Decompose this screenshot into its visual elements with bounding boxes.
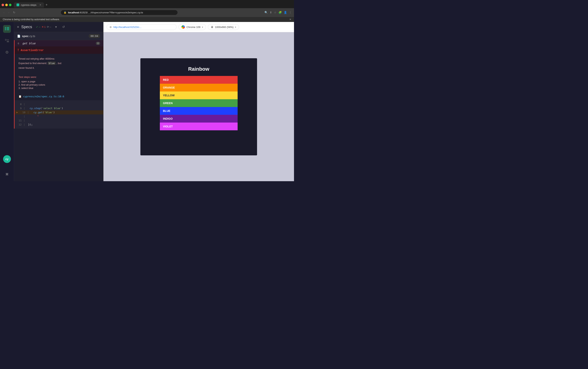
settings-icon: ⚙ [5, 50, 9, 55]
file-link-icon: 📋 [19, 95, 21, 98]
dropdown-button[interactable]: ▾ [54, 24, 58, 30]
steps-panel[interactable]: 6 get blue 0 ! AssertionError Timed out … [14, 40, 103, 181]
close-button[interactable] [1, 4, 4, 6]
bar-yellow: YELLOW [160, 91, 238, 99]
panel-title: Specs [21, 25, 32, 29]
spec-duration: 00:04 [89, 34, 100, 38]
controlled-bar: Chrome is being controlled by automated … [0, 17, 294, 22]
header-stats: ✓ -- ✕ 1 ⟳ -- [36, 25, 51, 28]
panel-header: ≡ Specs ✓ -- ✕ 1 ⟳ -- ▾ ↺ [14, 22, 103, 32]
profile-icon[interactable]: 👤 [284, 11, 287, 14]
tab-bar: cypress-steps ✕ + [0, 0, 294, 8]
bar-orange: ORANGE [160, 84, 238, 91]
reload-button[interactable]: ↻ [12, 10, 17, 15]
browser-chrome: cypress-steps ✕ + ‹ › ↻ 🔒 localhost:6152… [0, 0, 294, 22]
sidebar-item-settings[interactable]: ⚙ [3, 48, 11, 56]
main-layout: ⚙ cy ⌘ ≡ Specs ✓ -- ✕ 1 ⟳ -- ▾ ↺ 📄 [0, 22, 294, 181]
preview-url-bar[interactable]: ⊕ http://localhost:61523/c... [106, 24, 177, 30]
svg-rect-6 [5, 39, 6, 40]
step-command: get blue [22, 42, 96, 45]
svg-rect-4 [7, 28, 9, 29]
sidebar-item-specs[interactable] [3, 25, 11, 33]
zoom-icon[interactable]: 🔍 [264, 11, 268, 14]
steps-title: Test steps were: [19, 76, 99, 79]
forward-button[interactable]: › [7, 10, 10, 15]
step-item-2: 2. find all primary colors [19, 83, 99, 86]
code-block: 8 | 9 | cy.step('select blue') > 10 | cy… [14, 100, 103, 129]
browser-chevron-icon: ▾ [202, 26, 203, 28]
svg-rect-3 [7, 27, 9, 28]
error-title: AssertionError [21, 49, 43, 52]
svg-rect-2 [5, 30, 6, 30]
extension-icon[interactable]: 🧩 [278, 11, 282, 14]
bar-indigo: INDIGO [160, 115, 238, 122]
step-row[interactable]: 6 get blue 0 [14, 40, 103, 46]
steps-list: 1. open a page 2. find all primary color… [19, 80, 99, 90]
preview-area: Rainbow RED ORANGE YELLOW GREEN BLUE IND… [104, 32, 294, 181]
svg-rect-5 [7, 30, 9, 30]
chrome-icon [181, 25, 185, 29]
specs-header-icon: ≡ [17, 25, 19, 29]
svg-rect-1 [5, 28, 6, 29]
pass-stat: ✓ -- [36, 25, 41, 28]
menu-icon[interactable]: ⋮ [289, 11, 292, 14]
viewport-size: 1000x660 (58%) [215, 26, 233, 29]
address-bar: ‹ › ↻ 🔒 localhost:61523/__/#/specs/runne… [0, 8, 294, 17]
svg-rect-0 [5, 27, 6, 28]
step-item-3: 3. select blue [19, 87, 99, 90]
code-line-caret: | ^ [15, 114, 103, 119]
spec-header: 📄 spec.cy.ts 00:04 [14, 32, 103, 40]
tab-close-button[interactable]: ✕ [40, 4, 41, 6]
tab-title: cypress-steps [21, 3, 36, 6]
browser-toolbar: ⊕ http://localhost:61523/c... Chrome 109… [104, 22, 294, 32]
sidebar-icons: ⚙ cy ⌘ [0, 22, 14, 181]
left-panel: ≡ Specs ✓ -- ✕ 1 ⟳ -- ▾ ↺ 📄 spec.cy.ts 0… [14, 22, 104, 181]
file-link-text: cypress/e2e/spec.cy.ts:10:6 [23, 95, 64, 98]
url-bar[interactable]: 🔒 localhost:61523/__/#/specs/runner?file… [61, 10, 178, 15]
active-tab[interactable]: cypress-steps ✕ [14, 2, 44, 8]
error-steps: Test steps were: 1. open a page 2. find … [14, 73, 103, 93]
step-badge: 0 [96, 42, 100, 45]
step-item-1: 1. open a page [19, 80, 99, 83]
code-line-10-active: > 10 | cy.get('blue') [15, 110, 103, 114]
refresh-button[interactable]: ↺ [61, 24, 66, 30]
error-icon: ! [18, 48, 19, 52]
lock-icon: 🔒 [63, 11, 66, 14]
rainbow-bars: RED ORANGE YELLOW GREEN BLUE INDIGO VIOL… [160, 76, 238, 130]
cypress-logo[interactable]: cy [3, 155, 11, 163]
spec-filename: spec.cy.ts [22, 34, 35, 38]
preview-url-text: http://localhost:61523/c... [113, 26, 142, 29]
controlled-message: Chrome is being controlled by automated … [3, 18, 60, 21]
file-link[interactable]: 📋 cypress/e2e/spec.cy.ts:10:6 [14, 93, 103, 100]
sidebar-keyboard-shortcuts[interactable]: ⌘ [3, 170, 11, 178]
error-row: ! AssertionError [14, 46, 103, 54]
code-line-11: 11 | [15, 119, 103, 122]
window-controls [1, 4, 11, 6]
file-icon: 📄 [17, 35, 21, 38]
url-display: localhost:61523/__/#/specs/runner?file=c… [68, 11, 143, 14]
rainbow-title: Rainbow [188, 66, 209, 72]
back-button[interactable]: ‹ [2, 10, 6, 15]
share-icon[interactable]: ⬆ [270, 11, 272, 14]
viewport-icon: 🖥 [211, 25, 213, 29]
code-line-12: 12 | }); [15, 122, 103, 127]
maximize-button[interactable] [9, 4, 11, 6]
pending-stat: ⟳ -- [47, 25, 51, 28]
code-line-9: 9 | cy.step('select blue') [15, 106, 103, 110]
viewport-selector[interactable]: 🖥 1000x660 (58%) ▾ [208, 24, 239, 30]
preview-frame: Rainbow RED ORANGE YELLOW GREEN BLUE IND… [140, 58, 257, 155]
viewport-chevron-icon: ▾ [235, 26, 236, 28]
target-icon: ⊕ [109, 25, 112, 29]
controlled-close[interactable]: ✕ [289, 18, 291, 21]
new-tab-button[interactable]: + [45, 3, 48, 7]
bookmark-icon[interactable]: ☆ [274, 11, 276, 14]
right-panel: ⊕ http://localhost:61523/c... Chrome 109… [104, 22, 294, 181]
sidebar-item-commands[interactable] [3, 37, 11, 44]
bar-blue: BLUE [160, 107, 238, 115]
browser-selector[interactable]: Chrome 109 ▾ [178, 24, 206, 30]
browser-name: Chrome 109 [187, 26, 200, 29]
address-icons: 🔍 ⬆ ☆ 🧩 👤 ⋮ [264, 11, 292, 14]
fail-stat: ✕ 1 [42, 25, 46, 28]
minimize-button[interactable] [5, 4, 8, 6]
bar-violet: VIOLET [160, 122, 238, 130]
